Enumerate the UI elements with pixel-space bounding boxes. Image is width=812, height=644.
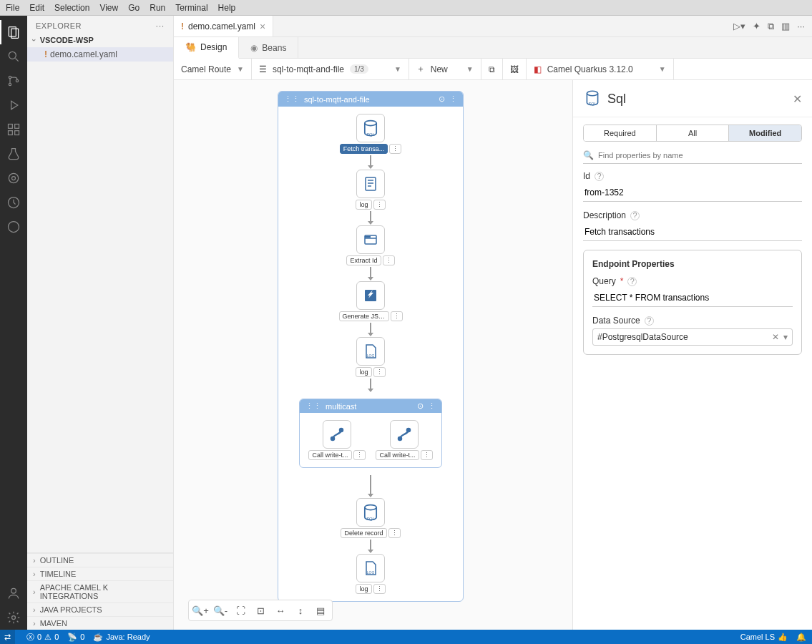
tab-all[interactable]: All [657, 125, 730, 141]
status-problems[interactable]: ⓧ0 ⚠0 [26, 632, 59, 643]
node-extract-id[interactable]: Extract Id⋮ [346, 225, 394, 265]
query-field[interactable] [592, 289, 793, 307]
new-dropdown[interactable]: ＋ New ▼ [409, 59, 481, 79]
menu-selection[interactable]: Selection [54, 3, 89, 13]
menu-view[interactable]: View [99, 3, 118, 13]
node-log-2[interactable]: LOG log⋮ [356, 337, 385, 377]
activity-item-7-icon[interactable] [0, 190, 27, 215]
help-icon[interactable]: ? [595, 172, 604, 181]
remote-indicator[interactable]: ⇄ [0, 630, 15, 644]
more-actions-icon[interactable]: ··· [797, 21, 805, 31]
node-menu-icon[interactable]: ⋮ [353, 450, 366, 460]
node-menu-icon[interactable]: ⋮ [421, 450, 433, 460]
tab-design[interactable]: 🐫 Design [174, 37, 239, 59]
route-selector[interactable]: ☰ sql-to-mqtt-and-file 1/3 ▼ [252, 59, 409, 79]
menu-help[interactable]: Help [218, 3, 236, 13]
activity-extensions-icon[interactable] [0, 117, 27, 142]
datasource-dropdown[interactable]: #PostgresqlDataSource ✕ ▾ [592, 328, 793, 346]
center-icon[interactable]: ⊡ [252, 603, 269, 618]
node-menu-icon[interactable]: ⋮ [391, 311, 403, 321]
menu-edit[interactable]: Edit [29, 3, 44, 13]
help-icon[interactable]: ? [630, 211, 640, 220]
node-menu-icon[interactable]: ⋮ [389, 144, 401, 154]
section-maven[interactable]: MAVEN [27, 616, 173, 630]
node-generate-json[interactable]: Generate JSON⋮ [339, 281, 403, 321]
route-type-dropdown[interactable]: Camel Route▼ [174, 59, 252, 79]
node-call-write-1[interactable]: Call write-t...⋮ [308, 420, 365, 460]
section-outline[interactable]: OUTLINE [27, 553, 173, 567]
collapse-icon[interactable]: ⊙ [439, 94, 445, 104]
query-label: Query [592, 276, 616, 286]
close-icon[interactable]: ✕ [793, 92, 802, 106]
zoom-in-icon[interactable]: 🔍+ [192, 603, 209, 618]
drag-handle-icon[interactable]: ⋮⋮ [284, 94, 300, 104]
layout-v-icon[interactable]: ↕ [292, 603, 309, 618]
activity-search-icon[interactable] [0, 44, 27, 69]
menu-go[interactable]: Go [128, 3, 140, 13]
menu-terminal[interactable]: Terminal [175, 3, 207, 13]
editor-tab[interactable]: ! demo.camel.yaml × [174, 16, 273, 36]
tab-beans[interactable]: ◉ Beans [239, 37, 298, 58]
clear-icon[interactable]: ✕ [772, 332, 779, 342]
action-icon-1[interactable]: ✦ [753, 21, 760, 31]
workspace-folder[interactable]: VSCODE-WSP [27, 33, 173, 47]
activity-accounts-icon[interactable] [0, 581, 27, 605]
route-menu-icon[interactable]: ⋮ [449, 94, 457, 104]
activity-settings-icon[interactable] [0, 605, 27, 630]
diff-icon[interactable]: ⧉ [768, 21, 774, 32]
catalog-icon[interactable]: ▤ [312, 603, 329, 618]
menu-file[interactable]: File [6, 3, 19, 13]
drag-handle-icon[interactable]: ⋮⋮ [305, 401, 321, 411]
status-camel-ls[interactable]: Camel LS👍 [740, 633, 788, 642]
node-sql-fetch[interactable]: SQL Fetch transa...⋮ [340, 114, 402, 154]
section-timeline[interactable]: TIMELINE [27, 567, 173, 580]
tab-required[interactable]: Required [584, 125, 657, 141]
copy-button[interactable]: ⧉ [481, 59, 503, 79]
runtime-dropdown[interactable]: ◧ Camel Quarkus 3.12.0 ▼ [527, 59, 674, 79]
node-menu-icon[interactable]: ⋮ [373, 200, 386, 210]
route-box[interactable]: ⋮⋮ sql-to-mqtt-and-file ⊙ ⋮ SQL Fetch tr… [278, 91, 464, 602]
node-menu-icon[interactable]: ⋮ [373, 584, 386, 594]
node-log-3[interactable]: LOG log⋮ [356, 554, 385, 594]
status-notifications[interactable]: 🔔 [796, 633, 806, 642]
node-menu-icon[interactable]: ⋮ [428, 401, 436, 411]
props-search[interactable]: 🔍 [583, 147, 802, 164]
node-log-1[interactable]: log⋮ [356, 170, 385, 210]
node-delete-record[interactable]: SQL Delete record⋮ [341, 498, 400, 538]
chevron-down-icon[interactable]: ▾ [783, 332, 788, 342]
fit-icon[interactable]: ⛶ [232, 603, 249, 618]
canvas[interactable]: ⋮⋮ sql-to-mqtt-and-file ⊙ ⋮ SQL Fetch tr… [174, 80, 572, 630]
explorer-more-icon[interactable]: ··· [156, 21, 165, 30]
section-camelk[interactable]: APACHE CAMEL K INTEGRATIONS [27, 580, 173, 602]
node-call-write-2[interactable]: Call write-t...⋮ [376, 420, 432, 460]
status-java[interactable]: ☕Java: Ready [93, 633, 150, 642]
activity-explorer-icon[interactable] [0, 20, 27, 44]
layout-h-icon[interactable]: ↔ [272, 603, 289, 618]
activity-debug-icon[interactable] [0, 93, 27, 117]
zoom-out-icon[interactable]: 🔍- [212, 603, 229, 618]
menu-run[interactable]: Run [150, 3, 165, 13]
split-icon[interactable]: ▥ [781, 21, 790, 31]
activity-item-8-icon[interactable] [0, 215, 27, 239]
props-search-input[interactable] [598, 151, 802, 160]
route-header[interactable]: ⋮⋮ sql-to-mqtt-and-file ⊙ ⋮ [278, 92, 463, 107]
help-icon[interactable]: ? [645, 316, 654, 326]
multicast-container[interactable]: ⋮⋮ multicast ⊙ ⋮ Call write-t...⋮ [299, 399, 442, 468]
run-dropdown-icon[interactable]: ▷▾ [733, 21, 745, 31]
activity-scm-icon[interactable] [0, 69, 27, 93]
tab-modified[interactable]: Modified [729, 125, 801, 141]
node-menu-icon[interactable]: ⋮ [388, 528, 401, 538]
help-icon[interactable]: ? [627, 277, 637, 286]
status-ports[interactable]: 📡0 [67, 633, 84, 642]
section-java[interactable]: JAVA PROJECTS [27, 602, 173, 616]
close-icon[interactable]: × [260, 21, 265, 32]
image-button[interactable]: 🖼 [503, 59, 527, 79]
node-menu-icon[interactable]: ⋮ [383, 255, 395, 265]
file-item[interactable]: ! demo.camel.yaml [27, 47, 173, 62]
id-field[interactable] [583, 184, 802, 202]
collapse-icon[interactable]: ⊙ [417, 401, 424, 411]
description-field[interactable] [583, 223, 802, 241]
node-menu-icon[interactable]: ⋮ [373, 367, 386, 377]
activity-item-6-icon[interactable] [0, 166, 27, 190]
activity-testing-icon[interactable] [0, 142, 27, 166]
